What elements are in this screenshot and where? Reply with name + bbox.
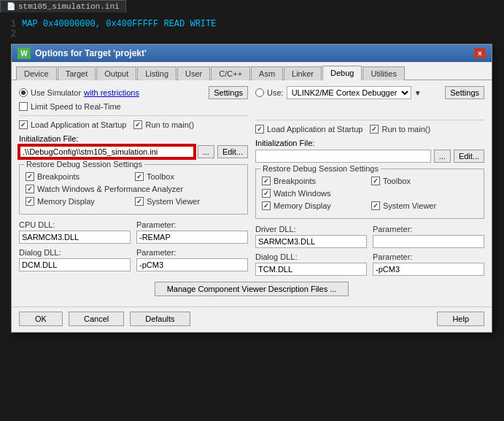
tabs-bar: Device Target Output Listing User C/C++ …: [12, 62, 492, 80]
left-watch-checkbox[interactable]: [26, 185, 34, 193]
left-sysviewer-checkbox[interactable]: [135, 197, 144, 206]
dialog-close-button[interactable]: ×: [474, 48, 486, 58]
right-dialog-dll-input[interactable]: [255, 263, 367, 276]
left-cpu-dll-group: CPU DLL:: [19, 220, 131, 244]
dialog-titlebar: W Options for Target 'projekt' ×: [12, 45, 492, 62]
left-restore-inner: Breakpoints Toolbox Watch Windows & Perf…: [26, 172, 241, 208]
right-load-app-label: Load Application at Startup: [267, 125, 363, 134]
left-load-app-checkbox[interactable]: [19, 120, 28, 129]
left-toolbox-checkbox[interactable]: [135, 172, 144, 181]
right-load-app-checkbox[interactable]: [255, 125, 264, 134]
right-sysviewer-checkbox[interactable]: [371, 201, 380, 210]
right-restore-title: Restore Debug Session Settings: [260, 164, 381, 173]
manage-component-button[interactable]: Manage Component Viewer Description File…: [155, 282, 349, 296]
manage-btn-row: Manage Component Viewer Description File…: [19, 282, 484, 296]
tab-listing[interactable]: Listing: [137, 66, 177, 80]
right-dialog-dll-row: Dialog DLL: Parameter:: [255, 252, 484, 276]
left-dialog-dll-input[interactable]: [19, 258, 131, 271]
right-column: Use: ULINK2/ME Cortex Debugger ▼ Setting…: [255, 86, 484, 276]
tab-debug[interactable]: Debug: [322, 66, 362, 80]
right-memory-label: Memory Display: [274, 201, 331, 210]
options-dialog: W Options for Target 'projekt' × Device …: [11, 44, 492, 333]
cancel-button[interactable]: Cancel: [69, 312, 124, 326]
left-cpu-param-label: Parameter:: [136, 220, 248, 229]
left-breakpoints-label: Breakpoints: [37, 172, 80, 181]
right-dialog-param-input[interactable]: [373, 263, 484, 276]
dialog-title: Options for Target 'projekt': [35, 48, 147, 58]
left-cpu-dll-input[interactable]: [19, 231, 131, 244]
left-edit-button[interactable]: Edit...: [217, 145, 248, 158]
debugger-dropdown[interactable]: ULINK2/ME Cortex Debugger: [287, 86, 411, 99]
left-restore-group: Restore Debug Session Settings Breakpoin…: [19, 164, 248, 215]
right-breakpoints-row: Breakpoints: [262, 177, 368, 185]
left-restore-title: Restore Debug Session Settings: [24, 160, 144, 169]
left-init-file-input[interactable]: [19, 145, 195, 158]
left-toolbox-label: Toolbox: [147, 172, 174, 181]
simulator-radio[interactable]: [19, 88, 28, 97]
tab-cpp[interactable]: C/C++: [211, 66, 250, 80]
dropdown-arrow-icon: ▼: [414, 89, 422, 97]
tab-output[interactable]: Output: [96, 66, 136, 80]
right-driver-dll-group: Driver DLL:: [255, 225, 367, 248]
right-toolbox-label: Toolbox: [383, 177, 411, 185]
left-memory-checkbox[interactable]: [26, 197, 34, 206]
file-icon: 📄: [7, 2, 15, 11]
line-num-2: 2: [0, 29, 22, 39]
dialog-content: Use Simulator with restrictions Settings…: [12, 80, 492, 306]
right-memory-row: Memory Display: [262, 201, 368, 210]
keil-logo: W: [18, 47, 31, 59]
tab-device[interactable]: Device: [16, 66, 57, 80]
with-restrictions-link[interactable]: with restrictions: [84, 88, 139, 97]
tab-asm[interactable]: Asm: [251, 66, 283, 80]
tab-user[interactable]: User: [177, 66, 210, 80]
right-memory-checkbox[interactable]: [262, 201, 271, 210]
right-dialog-param-group: Parameter:: [373, 252, 484, 276]
defaults-button[interactable]: Defaults: [130, 312, 190, 326]
left-cpu-param-input[interactable]: [136, 231, 248, 244]
tab-target[interactable]: Target: [58, 66, 96, 80]
right-run-to-main-checkbox[interactable]: [370, 125, 379, 134]
right-init-file-input[interactable]: [255, 150, 431, 163]
right-browse-button[interactable]: ...: [434, 150, 451, 163]
left-run-to-main-checkbox[interactable]: [133, 120, 142, 129]
use-simulator-row: Use Simulator with restrictions: [19, 88, 139, 97]
left-load-app-row: Load Application at Startup: [19, 120, 126, 129]
left-init-file-row: ... Edit...: [19, 145, 248, 158]
limit-speed-label: Limit Speed to Real-Time: [31, 102, 121, 111]
line-num-1: 1: [0, 19, 22, 29]
left-cpu-dll-row: CPU DLL: Parameter:: [19, 220, 248, 244]
left-breakpoints-checkbox[interactable]: [26, 172, 34, 181]
right-checkboxes-grid: Breakpoints Toolbox Watch Windows: [262, 177, 478, 212]
right-driver-param-input[interactable]: [373, 235, 484, 248]
left-memory-row: Memory Display: [26, 197, 132, 206]
use-debugger-row: Use: ULINK2/ME Cortex Debugger ▼ Setting…: [255, 86, 484, 99]
tab-linker[interactable]: Linker: [284, 66, 322, 80]
right-load-app-row: Load Application at Startup: [255, 125, 363, 134]
ok-button[interactable]: OK: [19, 312, 63, 326]
left-dialog-dll-row: Dialog DLL: Parameter:: [19, 248, 248, 271]
right-toolbox-checkbox[interactable]: [371, 177, 380, 185]
right-breakpoints-checkbox[interactable]: [262, 177, 271, 185]
use-radio[interactable]: [255, 88, 264, 97]
right-driver-dll-row: Driver DLL: Parameter:: [255, 225, 484, 248]
simulator-settings-button[interactable]: Settings: [209, 86, 248, 99]
editor-tab[interactable]: 📄 stm105_simulation.ini: [0, 0, 126, 12]
right-driver-dll-input[interactable]: [255, 235, 367, 248]
left-dialog-param-input[interactable]: [136, 258, 248, 271]
left-browse-button[interactable]: ...: [198, 145, 214, 158]
simulator-row: Use Simulator with restrictions Settings: [19, 86, 248, 99]
right-settings-button[interactable]: Settings: [445, 86, 484, 99]
help-button[interactable]: Help: [437, 312, 484, 326]
right-edit-button[interactable]: Edit...: [454, 150, 484, 163]
right-dialog-param-label: Parameter:: [373, 252, 484, 261]
left-watch-label: Watch Windows & Performance Analyzer: [37, 185, 183, 193]
right-sysviewer-label: System Viewer: [383, 201, 436, 210]
left-dialog-param-group: Parameter:: [136, 248, 248, 271]
limit-speed-checkbox[interactable]: [19, 102, 28, 111]
right-driver-dll-label: Driver DLL:: [255, 225, 367, 233]
right-watch-checkbox[interactable]: [262, 189, 271, 198]
right-breakpoints-label: Breakpoints: [274, 177, 316, 185]
two-col-layout: Use Simulator with restrictions Settings…: [19, 86, 484, 276]
tab-utilities[interactable]: Utilities: [363, 66, 404, 80]
bottom-btns-container: OK Cancel Defaults Help: [19, 312, 484, 326]
